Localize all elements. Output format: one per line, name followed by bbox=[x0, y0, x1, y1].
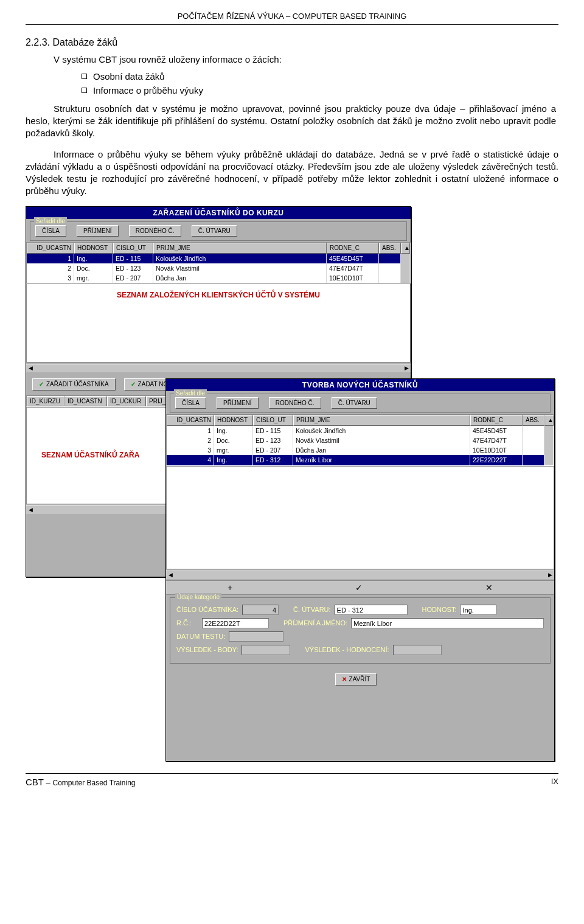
paragraph-2: Informace o průběhu výuky se během výuky… bbox=[26, 148, 558, 198]
add-icon[interactable]: + bbox=[228, 582, 232, 594]
form-legend: Údaje kategorie bbox=[175, 593, 221, 602]
datum-label: DATUM TESTU: bbox=[176, 632, 225, 641]
page-footer: CBT – Computer Based Training IX bbox=[26, 773, 558, 788]
hodn-input[interactable] bbox=[393, 645, 442, 655]
jmeno-input[interactable]: Mezník Libor bbox=[351, 618, 544, 628]
section-number: 2.2.3. Databáze žáků bbox=[26, 36, 558, 49]
th-id: ID_UCASTN bbox=[27, 243, 74, 254]
sort-fieldset-b: Seřadit dle ČÍSLA PŘÍJMENÍ RODNÉHO Č. Č.… bbox=[170, 394, 551, 414]
sort-cisla-button[interactable]: ČÍSLA bbox=[35, 225, 66, 237]
body-input[interactable] bbox=[242, 645, 290, 655]
thb-id: ID_UCASTN bbox=[167, 415, 214, 426]
rc-input[interactable]: 22E22D22T bbox=[202, 618, 269, 628]
record-nav[interactable]: + ✓ ✕ bbox=[166, 580, 554, 596]
table-row[interactable]: 2Doc.ED - 123Novák Vlastimil47E47D47T bbox=[167, 436, 554, 445]
sort-utvar-button-b[interactable]: Č. ÚTVARU bbox=[332, 397, 377, 409]
th2-ucastn: ID_UCASTN bbox=[64, 396, 107, 407]
paragraph-1: Strukturu osobních dat v systému je možn… bbox=[26, 103, 556, 140]
delete-icon[interactable]: ✕ bbox=[485, 582, 493, 594]
table-row[interactable]: 3 mgr. ED - 207 Důcha Jan 10E10D10T bbox=[27, 273, 410, 283]
footer-left: CBT – Computer Based Training bbox=[26, 776, 136, 788]
utvar-input[interactable]: ED - 312 bbox=[335, 605, 408, 615]
sort-label: Seřadit dle bbox=[34, 217, 67, 226]
title-b: TVORBA NOVÝCH ÚČASTNÍKŮ bbox=[166, 379, 554, 391]
sort-fieldset-a: Seřadit dle ČÍSLA PŘÍJMENÍ RODNÉHO Č. Č.… bbox=[30, 221, 407, 241]
footer-right: IX bbox=[551, 776, 558, 788]
thb-abs: ABS. bbox=[523, 415, 544, 426]
table-row[interactable]: 2 Doc. ED - 123 Novák Vlastimil 47E47D47… bbox=[27, 263, 410, 273]
table-row[interactable]: 4Ing.ED - 312Mezník Libor22E22D22T bbox=[167, 455, 554, 465]
scroll-head: ▲ bbox=[401, 243, 410, 254]
rc-label: R.Č.: bbox=[176, 619, 198, 628]
datum-input[interactable] bbox=[229, 631, 283, 642]
intro-text: V systému CBT jsou rovněž uloženy inform… bbox=[54, 54, 556, 66]
bullet-item: Osobní data žáků bbox=[93, 71, 165, 83]
cislo-input[interactable]: 4 bbox=[242, 605, 279, 615]
th2-kurzu: ID_KURZU bbox=[27, 396, 64, 407]
bullet-list: Osobní data žáků Informace o průběhu výu… bbox=[82, 71, 556, 97]
close-button-b[interactable]: ✕ZAVŘÍT bbox=[335, 673, 377, 686]
sort-rc-button[interactable]: RODNÉHO Č. bbox=[129, 225, 181, 237]
hod-label: HODNOST: bbox=[422, 605, 457, 614]
sort-cisla-button-b[interactable]: ČÍSLA bbox=[175, 397, 206, 409]
caption-accounts: SEZNAM ZALOŽENÝCH KLIENTSKÝCH ÚČTŮ V SYS… bbox=[27, 290, 410, 300]
table-row[interactable]: 3mgr.ED - 207Důcha Jan10E10D10T bbox=[167, 445, 554, 455]
zaradit-button[interactable]: ✓ZAŘADIT ÚČASTNÍKA bbox=[32, 378, 116, 391]
th2-uckur: ID_UCKUR bbox=[107, 396, 146, 407]
hodn-label: VÝSLEDEK - HODNOCENÍ: bbox=[305, 645, 389, 655]
scrollbar[interactable]: ◀▶ bbox=[166, 571, 554, 579]
jmeno-label: PŘÍJMENÍ A JMÉNO: bbox=[283, 619, 347, 628]
sort-prijmeni-button-b[interactable]: PŘÍJMENÍ bbox=[217, 397, 259, 409]
screenshots: ZAŘAZENÍ ÚČASTNÍKŮ DO KURZU Seřadit dle … bbox=[26, 206, 558, 766]
th-hon: HODNOST bbox=[74, 243, 113, 254]
category-form: Údaje kategorie ČÍSLO ÚČASTNÍKA: 4 Č. ÚT… bbox=[170, 597, 551, 664]
th-cis: CISLO_UT bbox=[113, 243, 153, 254]
table-row[interactable]: 1Ing.ED - 115Koloušek Jindřich45E45D45T bbox=[167, 426, 554, 436]
title-a: ZAŘAZENÍ ÚČASTNÍKŮ DO KURZU bbox=[26, 207, 411, 219]
utvar-label: Č. ÚTVARU: bbox=[293, 605, 331, 614]
th-rc: RODNE_C bbox=[327, 243, 379, 254]
sort-label-b: Seřadit dle bbox=[174, 389, 207, 398]
window-new-participant: TVORBA NOVÝCH ÚČASTNÍKŮ Seřadit dle ČÍSL… bbox=[165, 378, 555, 762]
sort-prijmeni-button[interactable]: PŘÍJMENÍ bbox=[77, 225, 119, 237]
table-row[interactable]: 1 Ing. ED - 115 Koloušek Jindřich 45E45D… bbox=[27, 254, 410, 263]
page-header: POČÍTAČEM ŘÍZENÁ VÝUKA – COMPUTER BASED … bbox=[26, 11, 558, 25]
thb-hon: HODNOST bbox=[214, 415, 253, 426]
thb-pri: PRIJM_JME bbox=[293, 415, 470, 426]
participants-table: ID_UCASTN HODNOST CISLO_UT PRIJM_JME ROD… bbox=[166, 414, 554, 465]
th-pri: PRIJM_JME bbox=[153, 243, 327, 254]
scrollbar[interactable]: ◀▶ bbox=[26, 364, 411, 372]
hod-input[interactable]: Ing. bbox=[460, 605, 496, 615]
accounts-table: ID_UCASTN HODNOST CISLO_UT PRIJM_JME ROD… bbox=[26, 242, 411, 283]
thb-cis: CISLO_UT bbox=[253, 415, 293, 426]
confirm-icon[interactable]: ✓ bbox=[355, 582, 363, 594]
sort-rc-button-b[interactable]: RODNÉHO Č. bbox=[269, 397, 321, 409]
sort-utvar-button[interactable]: Č. ÚTVARU bbox=[192, 225, 237, 237]
cislo-label: ČÍSLO ÚČASTNÍKA: bbox=[176, 605, 238, 614]
bullet-item: Informace o průběhu výuky bbox=[93, 85, 203, 97]
th-abs: ABS. bbox=[379, 243, 401, 254]
body-label: VÝSLEDEK - BODY: bbox=[176, 645, 238, 655]
thb-rc: RODNE_C bbox=[470, 415, 523, 426]
